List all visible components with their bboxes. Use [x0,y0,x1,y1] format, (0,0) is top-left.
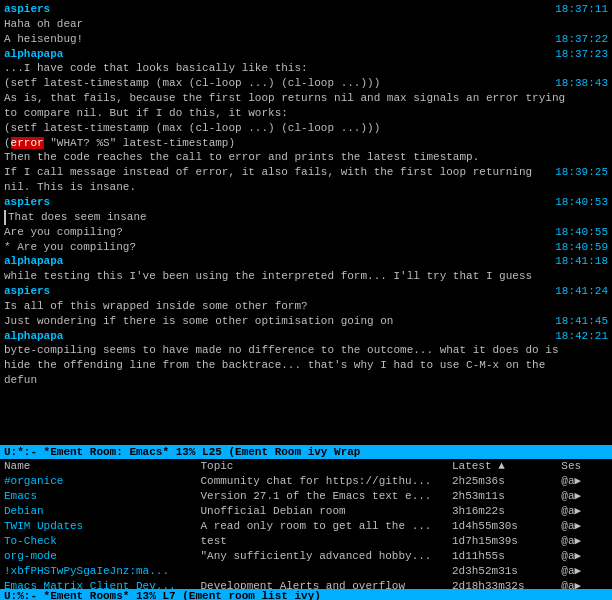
message-line: A heisenbug! [4,32,83,47]
rooms-pane: Name Topic Latest ▲ Ses #organiceCommuni… [0,459,612,589]
message-block: alphapapa 18:42:21 byte-compiling seems … [4,329,608,388]
room-session: @a▶ [557,518,612,533]
room-session: @a▶ [557,488,612,503]
room-topic: test [196,533,448,548]
timestamp: 18:37:22 [551,32,608,47]
room-session: @a▶ [557,473,612,488]
message-line: while testing this I've been using the i… [4,269,532,284]
timestamp: 18:40:59 [551,240,608,255]
message-block: Then the code reaches the call to error … [4,150,608,195]
message-line: Just wondering if there is some other op… [4,314,393,329]
message-line: Is all of this wrapped inside some other… [4,299,308,314]
message-line: byte-compiling seems to have made no dif… [4,343,574,388]
room-topic: Community chat for https://githu... [196,473,448,488]
username: aspiers [4,2,50,17]
table-row: org-mode"Any sufficiently advanced hobby… [0,548,612,563]
room-name[interactable]: To-Check [0,533,196,548]
room-latest: 1d11h55s [448,548,557,563]
timestamp: 18:41:18 [551,254,608,269]
timestamp: 18:40:53 [551,195,608,210]
room-topic: A read only room to get all the ... [196,518,448,533]
room-topic [196,563,448,578]
message-line: Haha oh dear [4,17,83,32]
message-line: As is, that fails, because the first loo… [4,91,574,121]
chat-pane: aspiers 18:37:11 Haha oh dear A heisenbu… [0,0,612,445]
message-line: (setf latest-timestamp (max (cl-loop ...… [4,121,380,136]
timestamp: 18:37:11 [551,2,608,17]
room-latest: 2h25m36s [448,473,557,488]
table-row: DebianUnofficial Debian room3h16m22s@a▶ [0,503,612,518]
room-session: @a▶ [557,563,612,578]
room-name[interactable]: Debian [0,503,196,518]
room-session: @a▶ [557,578,612,589]
room-name[interactable]: !xbfPHSTwPySgaIeJnz:ma... [0,563,196,578]
table-row: !xbfPHSTwPySgaIeJnz:ma...2d3h52m31s@a▶ [0,563,612,578]
status-bar-chat: U:*:- *Ement Room: Emacs* 13% L25 (Ement… [0,445,612,459]
room-topic: Development Alerts and overflow [196,578,448,589]
room-latest: 2d3h52m31s [448,563,557,578]
username: alphapapa [4,329,63,344]
username: alphapapa [4,254,63,269]
username: aspiers [4,195,50,210]
status-bar-rooms-text: U:%:- *Ement Rooms* 13% L7 (Ement room l… [4,590,321,600]
timestamp: 18:39:25 [551,165,608,180]
timestamp: 18:42:21 [551,329,608,344]
room-name[interactable]: Emacs [0,488,196,503]
message-line: That does seem insane [4,210,147,225]
table-row: To-Checktest1d7h15m39s@a▶ [0,533,612,548]
timestamp: 18:40:55 [551,225,608,240]
room-latest: 1d4h55m30s [448,518,557,533]
message-block: alphapapa 18:41:18 while testing this I'… [4,254,608,284]
room-latest: 2h53m11s [448,488,557,503]
message-line: Are you compiling? [4,225,123,240]
message-line: If I call message instead of error, it a… [4,165,551,195]
rooms-tbody: #organiceCommunity chat for https://gith… [0,473,612,589]
error-highlight: error [11,137,44,149]
message-line: * Are you compiling? [4,240,136,255]
message-line: (error "WHAT? %S" latest-timestamp) [4,136,235,151]
message-line: ...I have code that looks basically like… [4,61,308,76]
table-row: EmacsVersion 27.1 of the Emacs text e...… [0,488,612,503]
room-session: @a▶ [557,503,612,518]
message-block: aspiers 18:40:53 That does seem insane A… [4,195,608,254]
timestamp: 18:41:24 [551,284,608,299]
room-latest: 1d7h15m39s [448,533,557,548]
room-topic: Version 27.1 of the Emacs text e... [196,488,448,503]
room-session: @a▶ [557,548,612,563]
username: aspiers [4,284,50,299]
table-row: #organiceCommunity chat for https://gith… [0,473,612,488]
table-row: Emacs Matrix Client Dev...Development Al… [0,578,612,589]
message-line: Then the code reaches the call to error … [4,150,479,165]
table-header-row: Name Topic Latest ▲ Ses [0,459,612,473]
room-topic: Unofficial Debian room [196,503,448,518]
col-header-name: Name [0,459,196,473]
message-block: aspiers 18:41:24 Is all of this wrapped … [4,284,608,329]
message-block: aspiers 18:37:11 Haha oh dear A heisenbu… [4,2,608,47]
rooms-table: Name Topic Latest ▲ Ses #organiceCommuni… [0,459,612,589]
col-header-topic: Topic [196,459,448,473]
timestamp: 18:37:23 [551,47,608,62]
room-name[interactable]: Emacs Matrix Client Dev... [0,578,196,589]
timestamp: 18:38:43 [551,76,608,91]
message-block: (setf latest-timestamp (max (cl-loop ...… [4,121,608,151]
status-bar-rooms: U:%:- *Ement Rooms* 13% L7 (Ement room l… [0,589,612,600]
room-name[interactable]: TWIM Updates [0,518,196,533]
room-name[interactable]: org-mode [0,548,196,563]
message-line: (setf latest-timestamp (max (cl-loop ...… [4,76,380,91]
room-topic: "Any sufficiently advanced hobby... [196,548,448,563]
col-header-latest: Latest ▲ [448,459,557,473]
timestamp: 18:41:45 [551,314,608,329]
message-block: As is, that fails, because the first loo… [4,91,608,121]
room-latest: 2d18h33m32s [448,578,557,589]
status-bar-text: U:*:- *Ement Room: Emacs* 13% L25 (Ement… [4,446,360,458]
table-row: TWIM UpdatesA read only room to get all … [0,518,612,533]
room-session: @a▶ [557,533,612,548]
username: alphapapa [4,47,63,62]
col-header-session: Ses [557,459,612,473]
message-block: alphapapa 18:37:23 ...I have code that l… [4,47,608,92]
room-name[interactable]: #organice [0,473,196,488]
room-latest: 3h16m22s [448,503,557,518]
